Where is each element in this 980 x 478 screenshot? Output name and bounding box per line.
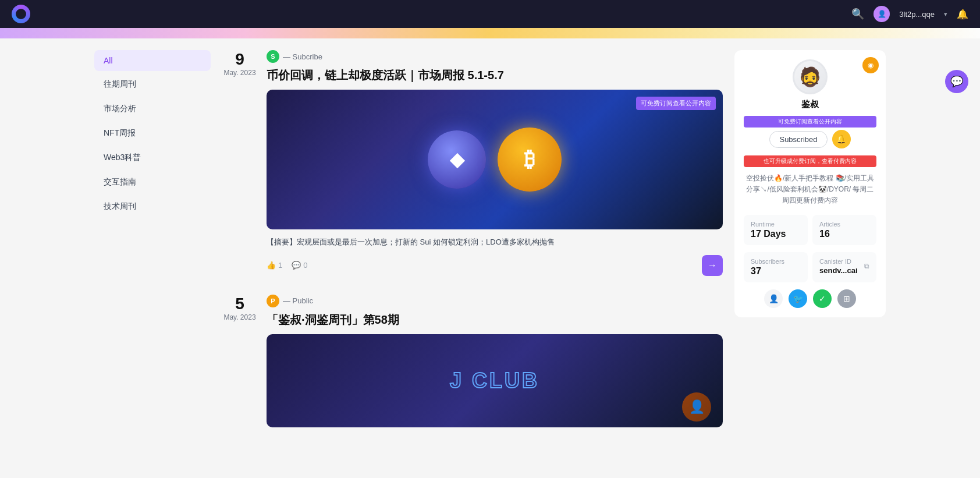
jclub-avatar: 👤: [682, 392, 711, 422]
article-1-tag: S — Subcribe: [267, 50, 322, 63]
article-1-date: 9 May. 2023: [222, 50, 257, 276]
article-2-date: 5 May. 2023: [222, 295, 257, 427]
bell-icon[interactable]: 🔔: [957, 9, 968, 20]
sidebar-item-tech[interactable]: 技术周刊: [94, 196, 211, 218]
jclub-text: J CLUB: [450, 369, 539, 393]
author-name: 鉴叔: [744, 99, 876, 110]
date-day-2: 5: [222, 295, 257, 313]
runtime-value: 17 Days: [751, 229, 801, 239]
upgrade-tooltip: 也可升级成付费订阅，查看付费内容: [744, 155, 876, 167]
article-1-summary: 【摘要】宏观层面或是最后一次加息；打新的 Sui 如何锁定利润；LDO遭多家机构…: [267, 236, 723, 248]
sidebar-item-nft[interactable]: NFT周报: [94, 122, 211, 144]
nav-left: [12, 5, 30, 23]
social-more-button[interactable]: ⊞: [837, 289, 856, 308]
article-2-content: P — Public 「鉴叔·洞鉴周刊」第58期 J CLUB 👤: [267, 295, 723, 427]
article-2-title[interactable]: 「鉴叔·洞鉴周刊」第58期: [267, 312, 723, 327]
avatar-icon: 👤: [878, 10, 886, 18]
more-icon: ⊞: [843, 294, 850, 303]
canister-value: sendv...cai: [819, 266, 858, 275]
sidebar: All 往期周刊 市场分析 NFT周报 Web3科普 交互指南 技术周刊: [94, 50, 211, 446]
sidebar-item-all[interactable]: All: [94, 50, 211, 71]
top-navigation: 🔍 👤 3lt2p...qqe ▾ 🔔: [0, 0, 980, 28]
stats-grid-2: Subscribers 37 Canister ID sendv...cai ⧉: [744, 252, 876, 282]
chat-float-button[interactable]: 💬: [945, 70, 968, 93]
date-month-1: May. 2023: [222, 69, 257, 77]
sidebar-item-web3[interactable]: Web3科普: [94, 147, 211, 169]
runtime-stat: Runtime 17 Days: [744, 215, 808, 245]
like-button[interactable]: 👍 1: [267, 261, 282, 270]
social-avatar-button[interactable]: 👤: [764, 289, 783, 308]
tag-label-2: — Public: [283, 296, 313, 305]
sidebar-label-guide: 交互指南: [104, 177, 136, 186]
article-2: 5 May. 2023 P — Public 「鉴叔·洞鉴周刊」第58期 J C…: [222, 295, 723, 427]
user-name[interactable]: 3lt2p...qqe: [899, 10, 935, 19]
canister-row: Canister ID sendv...cai ⧉: [819, 258, 869, 275]
runtime-label: Runtime: [751, 221, 801, 228]
social-twitter-button[interactable]: 🐦: [789, 289, 807, 308]
chevron-down-icon[interactable]: ▾: [944, 10, 947, 18]
logo[interactable]: [12, 5, 30, 23]
tag-label-1: — Subcribe: [283, 52, 322, 61]
sidebar-item-past[interactable]: 往期周刊: [94, 73, 211, 95]
logo-inner: [16, 9, 26, 19]
comment-button[interactable]: 💬 0: [292, 261, 307, 270]
check-icon: ✓: [819, 294, 826, 303]
article-2-image: J CLUB 👤: [267, 334, 723, 427]
comment-icon: 💬: [292, 261, 301, 270]
rss-badge[interactable]: ◉: [862, 57, 879, 73]
article-1-date-row: 9 May. 2023 S — Subcribe 币价回调，链上却极度活跃｜市场…: [222, 50, 723, 276]
twitter-icon: 🐦: [793, 294, 803, 303]
nav-right: 🔍 👤 3lt2p...qqe ▾ 🔔: [851, 6, 968, 22]
chat-icon: 💬: [950, 75, 963, 88]
right-sidebar: ◉ 🧔 鉴叔 可免费订阅查看公开内容 Subscribed 🔔 也可升级成付费订…: [734, 50, 886, 446]
date-day-1: 9: [222, 50, 257, 69]
author-avatar: 🧔: [793, 59, 828, 94]
article-1-title[interactable]: 币价回调，链上却极度活跃｜市场周报 5.1-5.7: [267, 68, 723, 83]
tag-circle-p: P: [267, 295, 279, 307]
sidebar-label-all: All: [104, 56, 113, 65]
subscribers-value: 37: [751, 266, 801, 277]
sidebar-item-guide[interactable]: 交互指南: [94, 171, 211, 193]
article-1: 9 May. 2023 S — Subcribe 币价回调，链上却极度活跃｜市场…: [222, 50, 723, 276]
canister-stat: Canister ID sendv...cai ⧉: [812, 252, 876, 282]
free-badge: 可免费订阅查看公开内容: [636, 97, 716, 110]
crypto-visual: ◆ ₿: [428, 128, 562, 192]
gradient-banner: [0, 28, 980, 38]
social-avatar-icon: 👤: [769, 294, 779, 303]
article-2-tag: P — Public: [267, 295, 313, 307]
article-1-image: ◆ ₿ 可免费订阅查看公开内容: [267, 90, 723, 229]
sidebar-label-past: 往期周刊: [104, 79, 136, 88]
article-1-actions: 👍 1 💬 0 →: [267, 255, 723, 276]
search-icon[interactable]: 🔍: [851, 8, 864, 20]
articles-value: 16: [819, 229, 869, 239]
subscribed-button[interactable]: Subscribed: [769, 131, 827, 148]
rss-icon: ◉: [868, 61, 874, 69]
main-layout: All 往期周刊 市场分析 NFT周报 Web3科普 交互指南 技术周刊 9 M…: [83, 38, 897, 458]
date-month-2: May. 2023: [222, 313, 257, 321]
sidebar-label-web3: Web3科普: [104, 153, 141, 162]
copy-icon[interactable]: ⧉: [864, 262, 869, 270]
article-2-date-row: 5 May. 2023 P — Public 「鉴叔·洞鉴周刊」第58期 J C…: [222, 295, 723, 427]
like-count: 1: [278, 261, 282, 270]
free-tooltip: 可免费订阅查看公开内容: [744, 116, 876, 128]
social-green-button[interactable]: ✓: [813, 289, 832, 308]
articles-stat: Articles 16: [812, 215, 876, 245]
subscribers-label: Subscribers: [751, 258, 801, 265]
sidebar-item-market[interactable]: 市场分析: [94, 98, 211, 120]
sidebar-label-market: 市场分析: [104, 104, 136, 113]
subscribers-stat: Subscribers 37: [744, 252, 808, 282]
article-1-content: S — Subcribe 币价回调，链上却极度活跃｜市场周报 5.1-5.7 ◆: [267, 50, 723, 276]
upgrade-bell-button[interactable]: 🔔: [832, 130, 851, 148]
read-more-button[interactable]: →: [702, 255, 723, 276]
stats-grid: Runtime 17 Days Articles 16: [744, 215, 876, 245]
author-bio: 空投捡伏🔥/新人手把手教程 📚/实用工具分享↘/低风险套利机会🐼/DYOR/ 每…: [744, 173, 876, 207]
avatar[interactable]: 👤: [874, 6, 890, 22]
btc-coin-icon: ₿: [498, 128, 562, 192]
sidebar-label-nft: NFT周报: [104, 128, 136, 137]
tag-circle-s: S: [267, 50, 279, 63]
arrow-icon: →: [708, 260, 717, 271]
social-links: 👤 🐦 ✓ ⊞: [744, 289, 876, 308]
content-area: 9 May. 2023 S — Subcribe 币价回调，链上却极度活跃｜市场…: [222, 50, 723, 446]
comment-count: 0: [303, 261, 307, 270]
articles-label: Articles: [819, 221, 869, 228]
